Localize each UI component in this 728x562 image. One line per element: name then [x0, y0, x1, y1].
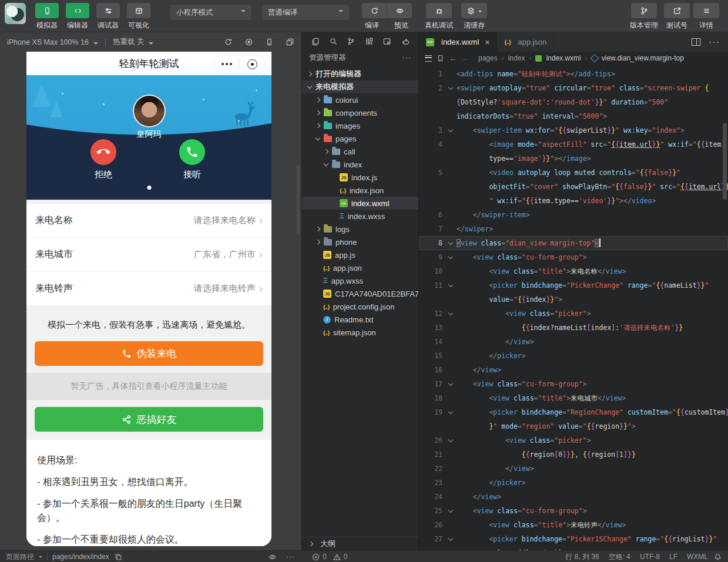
code-text[interactable]: {{region[0]}}, {{region[1]}} [457, 447, 728, 462]
tree-item-index.wxml[interactable]: <>index.wxml [302, 197, 418, 210]
device-debug-button[interactable]: 真机调试 [421, 3, 457, 31]
code-text[interactable]: <view class="cu-form-group"> [457, 504, 728, 518]
compile-mode-select[interactable]: 普通编译 [262, 5, 349, 20]
version-control-button[interactable]: 版本管理 [626, 3, 662, 31]
code-text[interactable]: <view class="title">来电城市</view> [457, 391, 728, 405]
prank-friends-button[interactable]: 恶搞好友 [35, 407, 263, 432]
page-path-selector[interactable]: 页面路径 [6, 551, 34, 562]
tab-index-wxml[interactable]: <> index.wxml × [419, 32, 497, 52]
code-text[interactable]: </view> [457, 462, 728, 476]
fold-chevron-icon[interactable] [448, 310, 453, 315]
code-text[interactable]: <view class="picker"> [457, 433, 728, 447]
pages-icon[interactable] [311, 37, 320, 46]
extensions-icon[interactable] [365, 37, 374, 46]
fold-chevron-icon[interactable] [448, 381, 453, 385]
tree-item--[interactable]: 来电模拟器 [302, 80, 418, 93]
code-text[interactable]: </view> [457, 363, 728, 377]
multi-window-icon[interactable] [286, 38, 294, 46]
mode-select[interactable]: 小程序模式 [170, 5, 251, 20]
fold-chevron-icon[interactable] [448, 127, 453, 132]
code-text[interactable]: <view class="cu-form-group"> [457, 377, 728, 391]
code-text[interactable]: </picker> [457, 349, 728, 363]
code-text[interactable]: <swiper autoplay="true" circular="true" … [457, 81, 728, 95]
code-text[interactable]: value="{{index}}"> [457, 292, 728, 307]
tree-item-index.json[interactable]: {..}index.json [302, 184, 418, 197]
more-menu-button[interactable] [214, 55, 239, 73]
code-text[interactable]: {{index?nameList[index]:'请选择来电名称'}} [457, 321, 728, 335]
code-text[interactable]: </swiper-item> [457, 208, 728, 222]
git-icon[interactable] [347, 37, 355, 46]
clear-cache-button[interactable]: 清缓存 [459, 3, 489, 31]
simulator-toggle[interactable]: 模拟器 [32, 3, 62, 31]
record-icon[interactable] [244, 38, 253, 46]
code-area[interactable]: 1<add-tips name="轻刻年轮测试"></add-tips>2<sw… [419, 65, 728, 550]
tree-item-app.wxss[interactable]: Ξapp.wxss [302, 274, 418, 287]
cursor-position[interactable]: 行 8, 列 36 [565, 551, 599, 562]
code-text[interactable]: <image mode="aspectFill" src="{{item.url… [457, 137, 728, 152]
tree-item-images[interactable]: images [302, 119, 418, 132]
tree-item-call[interactable]: call [302, 145, 418, 158]
code-text[interactable]: </picker> [457, 476, 728, 490]
debugger-toggle[interactable]: 调试器 [93, 3, 123, 31]
fold-chevron-icon[interactable] [448, 254, 453, 258]
code-text[interactable]: <swiper-item wx:for="{{swiperList}}" wx:… [457, 123, 728, 137]
test-account-button[interactable]: 测试号 [662, 3, 692, 31]
code-text[interactable]: {DotStyle?'square-dot':'round-dot'}}" du… [457, 95, 728, 109]
tree-item-project.config.json[interactable]: {..}project.config.json [302, 300, 418, 313]
breadcrumb-pages[interactable]: pages [478, 54, 498, 62]
tree-item-phone[interactable]: phone [302, 235, 418, 248]
tree-item-app.json[interactable]: {..}app.json [302, 261, 418, 274]
hot-reload-toggle[interactable]: 热重载 关 [113, 37, 144, 47]
code-text[interactable]: objectFit="cover" showPlayBtn="{{false}}… [457, 180, 728, 194]
breadcrumb-index[interactable]: index [508, 54, 525, 62]
ringtone-row[interactable]: 来电铃声 请选择来电铃声› [26, 271, 271, 305]
fold-chevron-icon[interactable] [448, 282, 453, 287]
code-text[interactable]: <picker bindchange="Picker1SChange" rang… [457, 532, 728, 546]
caller-city-row[interactable]: 来电城市 广东省，广州市› [26, 237, 271, 271]
code-text[interactable]: <view class="title">来电铃声</view> [457, 518, 728, 532]
encoding-setting[interactable]: UTF-8 [640, 551, 660, 562]
tree-item--[interactable]: 打开的编辑器 [302, 68, 418, 80]
code-text[interactable]: <video autoplay loop muted controls="{{f… [457, 166, 728, 180]
code-text[interactable]: </view> [457, 335, 728, 349]
fold-chevron-icon[interactable] [448, 85, 453, 89]
breadcrumb-symbol[interactable]: view.dian_view.margin-top [602, 54, 684, 62]
outline-list-icon[interactable] [425, 55, 432, 62]
fold-chevron-icon[interactable] [448, 536, 453, 540]
code-text[interactable]: value="{{lsIndex}}"> [457, 546, 728, 550]
eol-setting[interactable]: LF [669, 551, 677, 562]
reject-call-button[interactable] [90, 139, 116, 165]
visualize-toggle[interactable]: 可视化 [123, 3, 154, 31]
breadcrumb-file[interactable]: index.wxml [546, 54, 581, 62]
code-text[interactable]: <picker bindchange="PickerChange" range=… [457, 278, 728, 292]
problems-indicator[interactable]: 0 0 [311, 551, 347, 562]
eye-icon[interactable] [268, 553, 277, 561]
code-text[interactable]: <view class="cu-form-group"> [457, 250, 728, 264]
close-tab-icon[interactable]: × [485, 38, 489, 47]
tree-item-sitemap.json[interactable]: {..}sitemap.json [302, 326, 418, 339]
fold-chevron-icon[interactable] [448, 240, 453, 244]
editor-scrollbar[interactable] [723, 123, 727, 200]
forward-icon[interactable]: → [461, 54, 468, 63]
tree-item-C17AA740AD01E2BFA7...[interactable]: JSC17AA740AD01E2BFA7... [302, 287, 418, 300]
code-text[interactable]: indicatorDots="true" interval="5000"> [457, 109, 728, 123]
copy-icon[interactable] [114, 553, 123, 561]
close-capsule-button[interactable] [240, 55, 265, 73]
search-icon[interactable] [329, 37, 338, 46]
code-text[interactable]: </view> [457, 490, 728, 504]
code-text[interactable]: <add-tips name="轻刻年轮测试"></add-tips> [457, 67, 728, 81]
tree-item-logs[interactable]: logs [302, 223, 418, 235]
fold-chevron-icon[interactable] [448, 409, 453, 413]
code-text[interactable]: " wx:if="{{item.type=='video'}}"></video… [457, 194, 728, 208]
caller-name-row[interactable]: 来电名称 请选择来电名称› [26, 204, 271, 237]
tree-item-Readme.txt[interactable]: iReadme.txt [302, 313, 418, 326]
code-text[interactable]: }" mode="region" value="{{region}}"> [457, 419, 728, 433]
tree-item-index[interactable]: index [302, 158, 418, 171]
fold-chevron-icon[interactable] [448, 437, 453, 442]
code-text[interactable]: </swiper> [457, 222, 728, 236]
bookmark-icon[interactable] [436, 54, 445, 63]
tree-item-colorui[interactable]: colorui [302, 93, 418, 106]
code-text[interactable]: <view class="dian_view margin-top"> [457, 236, 728, 250]
indentation-setting[interactable]: 空格: 4 [609, 551, 630, 562]
details-button[interactable]: 详情 [692, 3, 721, 31]
